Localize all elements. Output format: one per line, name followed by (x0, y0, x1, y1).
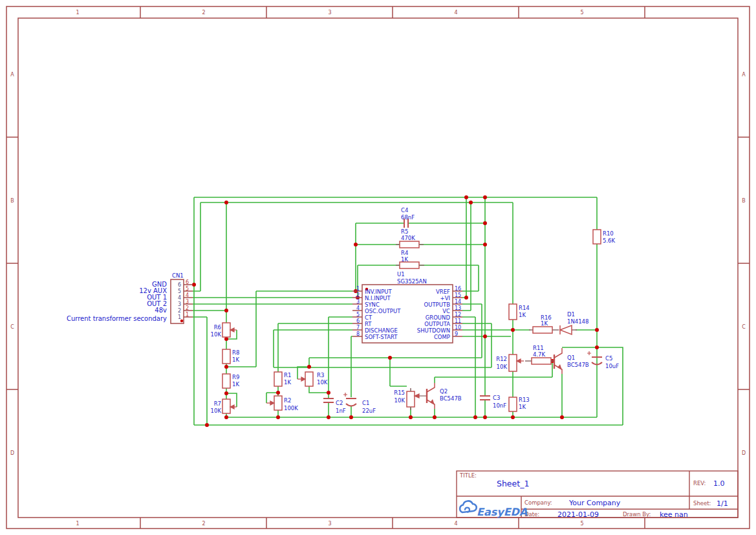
ic-pin-name: SHUTDOWN (417, 327, 450, 334)
easyeda-logo: EasyEDA (460, 501, 528, 518)
label-c1-ref: C1 (362, 400, 369, 406)
ic-ref: U1 (397, 271, 405, 278)
component-c3[interactable] (480, 396, 490, 400)
rev-label: REV: (693, 480, 706, 486)
component-r5[interactable] (400, 241, 419, 248)
drawn-by-label: Drawn By: (623, 511, 651, 518)
ic-pin-number: 7 (356, 325, 360, 331)
row-label-right: B (742, 198, 746, 204)
ic-pin-number: 15 (455, 292, 461, 298)
company-value[interactable]: Your Company (568, 499, 621, 507)
schematic-canvas[interactable]: 1 2 3 4 5 1 2 3 4 5 A B C D A B C D (0, 0, 756, 535)
label-r12-val: 10K (497, 364, 508, 370)
drawn-by-value[interactable]: kee nan (660, 510, 688, 519)
label-q1-val: BC547B (567, 362, 589, 368)
company-label: Company: (524, 499, 552, 506)
label-c4-val: 68nF (401, 214, 415, 221)
component-cn1[interactable]: CN1 6 5 4 3 2 1 6 5 4 3 2 1 GND 12v AUX … (67, 272, 193, 323)
component-r6[interactable] (222, 323, 230, 337)
emitter-arrow (430, 399, 435, 405)
connector-pad-number: 3 (186, 299, 189, 305)
component-q1[interactable] (554, 348, 562, 374)
component-r8[interactable] (222, 349, 230, 364)
component-r4[interactable] (400, 262, 419, 268)
ic-pin-number: 6 (356, 318, 360, 324)
label-c2-val: 1nF (336, 408, 346, 414)
label-c4-ref: C4 (401, 207, 408, 213)
label-r10-val: 5.6K (603, 237, 616, 244)
frame-column-labels: 1 2 3 4 5 1 2 3 4 5 A B C D A B C D (10, 10, 746, 527)
component-d1[interactable] (560, 325, 572, 334)
label-r4-val: 1K (401, 256, 408, 263)
component-r14[interactable] (509, 304, 517, 320)
component-r7[interactable] (222, 399, 230, 413)
ic-pin-name: OSC.OUTPUT (365, 308, 401, 314)
easyeda-cloud-icon (460, 501, 477, 512)
emitter-arrow (557, 364, 562, 370)
label-c5-ref: C5 (605, 355, 612, 362)
component-r9[interactable] (222, 374, 230, 388)
ic-pin-number: 1 (356, 286, 360, 292)
ic-pin-number: 14 (455, 299, 461, 305)
sheet-count-value[interactable]: 1/1 (717, 499, 728, 508)
date-value[interactable]: 2021-01-09 (557, 510, 599, 519)
sheet-title[interactable]: Sheet_1 (497, 479, 529, 488)
label-r1-ref: R1 (284, 372, 291, 378)
label-r9-ref: R9 (232, 374, 239, 380)
row-label-right: C (742, 324, 746, 330)
label-r12-ref: R12 (496, 356, 507, 362)
connector-pin-number: 5 (178, 289, 181, 294)
label-r3-ref: R3 (317, 372, 324, 378)
component-r2[interactable] (274, 396, 282, 410)
rev-value[interactable]: 1.0 (713, 479, 725, 488)
component-r1[interactable] (274, 372, 282, 386)
ic-pin-number: 5 (356, 312, 360, 318)
connector-pin-number: 6 (178, 282, 181, 288)
easyeda-logo-text: EasyEDA (477, 506, 528, 518)
connector-pad-number: 4 (186, 292, 189, 298)
connector-pin-number: 1 (178, 314, 181, 320)
component-r11[interactable] (532, 358, 551, 364)
ic-pin-number: 10 (455, 325, 461, 331)
component-c1[interactable] (343, 393, 356, 406)
component-c5[interactable] (587, 351, 602, 365)
ic-pin-name: N.I.INPUT (365, 295, 391, 301)
component-r10[interactable] (593, 230, 601, 244)
ic-pin-name: SYNC (365, 301, 380, 308)
label-r11-ref: R11 (533, 345, 544, 351)
col-label-top: 3 (328, 10, 331, 16)
polarity-plus (587, 351, 591, 355)
label-r4-ref: R4 (401, 250, 408, 256)
label-c3-val: 10nF (493, 402, 506, 409)
connector-pad-number: 6 (186, 279, 189, 285)
col-label-top: 1 (76, 10, 79, 16)
component-c2[interactable] (323, 399, 334, 402)
ic-part: SG3525AN (397, 278, 427, 285)
connector-pad-number: 5 (186, 286, 189, 292)
component-r15[interactable] (407, 391, 415, 407)
connector-pin-number: 4 (178, 295, 181, 301)
label-r5-ref: R5 (401, 228, 408, 235)
component-r16[interactable] (533, 327, 552, 333)
ic-pin-number: 13 (455, 305, 461, 311)
component-u1[interactable]: U1 SG3525AN 1 2 3 4 5 6 7 8 INV.INPUT N.… (352, 271, 462, 343)
col-label-bottom: 1 (76, 521, 79, 527)
row-label-right: D (742, 450, 746, 456)
title-label: TITLE: (459, 472, 477, 479)
component-r3[interactable] (305, 372, 313, 386)
sheet-frame (6, 6, 750, 529)
component-r13[interactable] (509, 397, 517, 411)
label-r13-ref: R13 (519, 397, 530, 403)
component-q2[interactable] (427, 383, 435, 409)
ic-pin-name: CT (365, 314, 373, 321)
label-r1-val: 1K (284, 379, 291, 386)
ic-pin-number: 16 (455, 286, 461, 292)
label-r2-val: 100K (284, 405, 298, 411)
net-label-ct-secondary: Current transformer secondary (67, 315, 167, 322)
ic-pin-name: OUTPUTA (424, 321, 450, 327)
ic-pin-number: 12 (455, 312, 461, 318)
component-r12[interactable] (509, 355, 517, 371)
label-q2-val: BC547B (440, 395, 462, 402)
net-label-48v: 48v (155, 307, 167, 314)
row-label-left: A (10, 72, 14, 78)
